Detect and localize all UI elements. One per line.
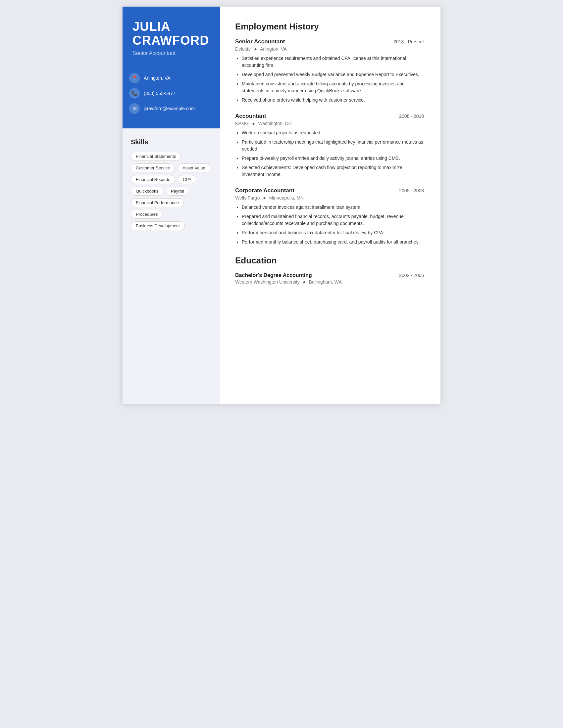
job-block: Senior Accountant2018 - PresentDeloitte …: [235, 38, 424, 104]
list-item: Work on special projects as requested.: [242, 129, 424, 136]
job-block: Corporate Accountant2005 - 2008Wells Far…: [235, 187, 424, 246]
resume-wrapper: JULIA CRAWFORD Senior Accountant 📍 Arlin…: [122, 7, 441, 404]
skill-badge: Business Development: [131, 221, 185, 230]
main-content: Employment History Senior Accountant2018…: [220, 7, 441, 404]
job-company: KPMG ● Washington, DC: [235, 121, 424, 126]
edu-degree: Bachelor's Degree Accounting: [235, 272, 312, 278]
job-dates: 2005 - 2008: [399, 188, 424, 193]
edu-block: Bachelor's Degree Accounting2002 - 2005W…: [235, 272, 424, 285]
edu-dates: 2002 - 2005: [399, 273, 424, 278]
list-item: Prepare bi-weekly payroll entries and da…: [242, 155, 424, 162]
list-item: Prepared and maintained financial record…: [242, 213, 424, 227]
email-icon: ✉: [129, 103, 140, 114]
job-header: Corporate Accountant2005 - 2008: [235, 187, 424, 194]
list-item: Developed and presented weekly Budget Va…: [242, 71, 424, 78]
location-icon: 📍: [129, 73, 140, 83]
list-item: Balanced vendor invoices against install…: [242, 204, 424, 211]
sidebar: JULIA CRAWFORD Senior Accountant 📍 Arlin…: [122, 7, 220, 404]
list-item: Maintained consistent and accurate billi…: [242, 80, 424, 94]
list-item: Performed monthly balance sheet, purchas…: [242, 239, 424, 246]
sidebar-header: JULIA CRAWFORD Senior Accountant: [122, 7, 220, 66]
contact-phone: 📞 (350) 555-5477: [129, 88, 210, 99]
job-dates: 2008 - 2018: [399, 114, 424, 119]
sidebar-contact: 📍 Arlington, VA 📞 (350) 555-5477 ✉ jcraw…: [122, 66, 220, 128]
skill-badge: Financial Performance: [131, 198, 184, 207]
jobs-container: Senior Accountant2018 - PresentDeloitte …: [235, 38, 424, 246]
list-item: Received phone orders while helping with…: [242, 97, 424, 104]
list-item: Selected Achievements: Developed cash fl…: [242, 164, 424, 178]
skill-badge: Financial Statements: [131, 152, 181, 161]
contact-email: ✉ jcrawford@example.com: [129, 103, 210, 114]
phone-text: (350) 555-5477: [144, 91, 175, 96]
location-text: Arlington, VA: [144, 75, 170, 81]
job-title-text: Accountant: [235, 113, 266, 119]
job-header: Senior Accountant2018 - Present: [235, 38, 424, 45]
skill-badge: Customer Service: [131, 163, 175, 172]
first-name: JULIA: [132, 20, 210, 34]
job-title: Senior Accountant: [132, 50, 210, 56]
phone-icon: 📞: [129, 88, 140, 99]
job-company: Deloitte ● Arlington, VA: [235, 46, 424, 52]
sidebar-lower: Skills Financial StatementsCustomer Serv…: [122, 128, 220, 404]
job-bullets: Work on special projects as requested.Pa…: [242, 129, 424, 178]
skill-badge: Asset Value: [177, 163, 210, 172]
skill-badge: Financial Records: [131, 175, 175, 184]
education-section-title: Education: [235, 255, 424, 266]
contact-location: 📍 Arlington, VA: [129, 73, 210, 83]
job-header: Accountant2008 - 2018: [235, 113, 424, 119]
skills-title: Skills: [131, 138, 212, 146]
job-bullets: Satisfied experience requirements and ob…: [242, 55, 424, 104]
skill-badge: Quickbooks: [131, 187, 163, 196]
list-item: Perform personal and business tax data e…: [242, 229, 424, 236]
job-bullets: Balanced vendor invoices against install…: [242, 204, 424, 246]
last-name: CRAWFORD: [132, 34, 210, 48]
employment-section-title: Employment History: [235, 22, 424, 32]
job-dates: 2018 - Present: [394, 39, 424, 44]
skill-badge: Procedures: [131, 210, 163, 219]
skill-badge: CPA: [178, 175, 196, 184]
edu-header: Bachelor's Degree Accounting2002 - 2005: [235, 272, 424, 278]
email-text: jcrawford@example.com: [144, 106, 195, 111]
job-title-text: Corporate Accountant: [235, 187, 295, 194]
list-item: Participated in leadership meetings that…: [242, 139, 424, 153]
skill-badge: Payroll: [166, 187, 189, 196]
skills-list: Financial StatementsCustomer ServiceAsse…: [131, 152, 212, 230]
education-container: Bachelor's Degree Accounting2002 - 2005W…: [235, 272, 424, 285]
list-item: Satisfied experience requirements and ob…: [242, 55, 424, 69]
edu-school: Western Washington University ● Bellingh…: [235, 279, 424, 285]
job-company: Wells Fargo ● Minneapolis, MN: [235, 195, 424, 201]
job-block: Accountant2008 - 2018KPMG ● Washington, …: [235, 113, 424, 178]
job-title-text: Senior Accountant: [235, 38, 285, 45]
